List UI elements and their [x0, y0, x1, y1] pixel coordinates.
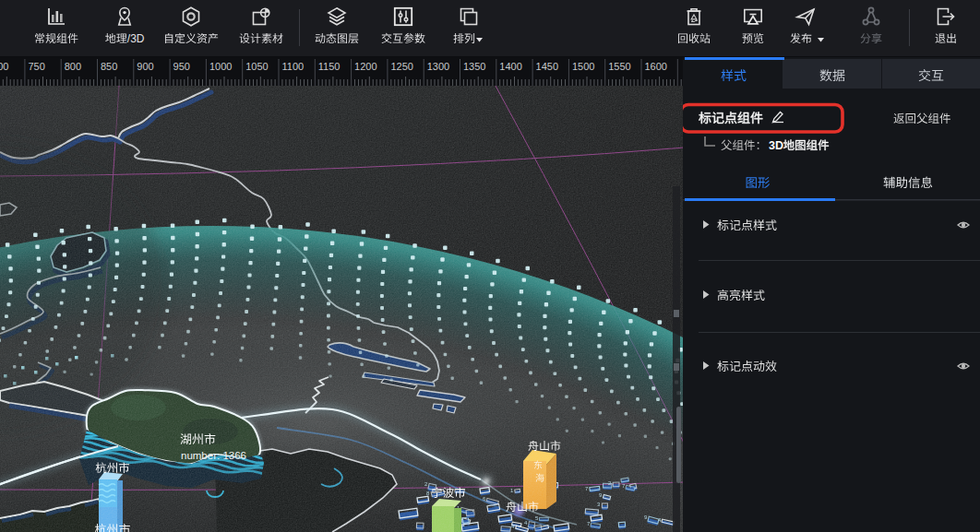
svg-text:1600: 1600	[645, 61, 667, 72]
svg-text:900: 900	[137, 61, 153, 72]
svg-text:1150: 1150	[318, 61, 341, 72]
svg-text:3D: 3D	[769, 139, 783, 152]
svg-text:1450: 1450	[536, 61, 558, 72]
svg-text:1550: 1550	[608, 61, 630, 72]
svg-text:1100: 1100	[282, 61, 305, 72]
svg-text:1250: 1250	[390, 61, 412, 72]
svg-text:1400: 1400	[499, 61, 521, 72]
svg-text:1000: 1000	[209, 61, 232, 72]
svg-text:1050: 1050	[245, 61, 268, 72]
svg-text:/3D: /3D	[127, 32, 145, 45]
svg-text:800: 800	[65, 61, 81, 72]
svg-text:1500: 1500	[572, 61, 594, 72]
svg-text:1300: 1300	[427, 61, 449, 72]
svg-text:850: 850	[101, 61, 117, 72]
svg-text:950: 950	[173, 61, 190, 72]
svg-text:700: 700	[0, 61, 8, 72]
svg-text:750: 750	[28, 61, 44, 72]
svg-text:1350: 1350	[463, 61, 485, 72]
svg-text:1200: 1200	[354, 61, 376, 72]
